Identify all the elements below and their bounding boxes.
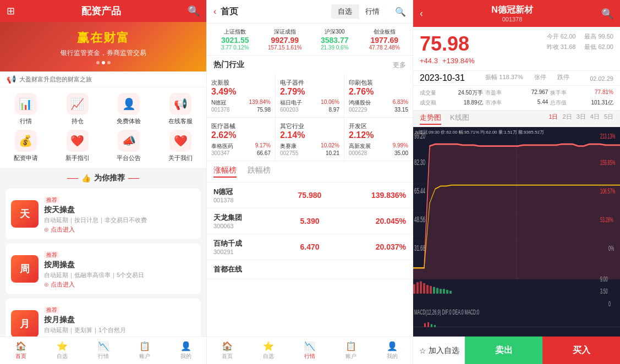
p3-watchlist-button[interactable]: ☆ 加入自选	[413, 337, 465, 364]
p2-nav-zixuan[interactable]: ⭐ 自选	[248, 337, 289, 364]
p1-grid-mianfei[interactable]: 👤 免费体验	[103, 93, 155, 125]
p2-ind3-stocks: 泰格医药 9.17% 300347 66.67	[211, 142, 271, 156]
p2-hot-more[interactable]: 更多	[393, 60, 406, 70]
p3-time-3d[interactable]: 3日	[577, 113, 586, 125]
p3-high-label: 最高 99.50	[584, 32, 613, 41]
p2-nav-zixuan-icon: ⭐	[263, 341, 274, 351]
p1-search-icon[interactable]: 🔍	[188, 5, 200, 17]
p1-banner-dots	[96, 61, 111, 64]
p2-nav-wode-label: 我的	[387, 352, 398, 360]
p2-rank-tabs: 涨幅榜 跌幅榜	[207, 161, 413, 183]
p3-today-row: 今开 62.00	[547, 32, 576, 41]
svg-rect-17	[413, 284, 415, 294]
p3-time-1d[interactable]: 1日	[548, 113, 558, 125]
p1-nav-shouye[interactable]: 🏠 首页	[0, 337, 41, 364]
p2-index-sz-change: 157.15 1.61%	[268, 45, 302, 51]
p3-time-4d[interactable]: 4日	[590, 113, 600, 125]
p1-nav-hangqing-icon: 📉	[98, 341, 109, 351]
p2-index-shenzhen[interactable]: 深证成指 9927.99 157.15 1.61%	[261, 28, 309, 51]
p2-index-shanghai[interactable]: 上证指数 3021.55 3.77 0.12%	[211, 28, 259, 51]
p2-rank-item-1[interactable]: 天龙集团 300063 5.390 20.045%	[207, 208, 413, 234]
p1-nav-wode[interactable]: 👤 我的	[165, 337, 206, 364]
p2-rank-tab-up[interactable]: 涨幅榜	[213, 166, 237, 178]
p3-back-icon[interactable]: ‹	[420, 8, 423, 19]
p2-nav-hangqing[interactable]: 📉 行情	[289, 337, 331, 364]
p3-tab-kline[interactable]: K线图	[450, 113, 469, 125]
p2-nav-wode[interactable]: 👤 我的	[371, 337, 413, 364]
p2-rank-list: N德冠 001378 75.980 139.836% 天龙集团 300063 5…	[207, 183, 413, 337]
p2-rank-tab-down[interactable]: 跌幅榜	[248, 166, 271, 178]
p1-nav-hangqing[interactable]: 📉 行情	[83, 337, 124, 364]
svg-text:106.57%: 106.57%	[600, 187, 616, 195]
p2-rank-item-0[interactable]: N德冠 001378 75.980 139.836%	[207, 183, 413, 208]
p1-nav-zixuan-icon: ⭐	[57, 341, 68, 351]
p2-index-cyb[interactable]: 创业板指 1977.69 47.78 2.48%	[361, 28, 409, 51]
svg-rect-23	[433, 287, 435, 294]
p1-grid-xinshou[interactable]: ❤️ 新手指引	[52, 130, 103, 162]
p1-card-yue-title: 按月操盘	[44, 315, 195, 325]
svg-text:0%: 0%	[608, 245, 614, 252]
p1-grid: 📊 行情 📈 持仓 👤 免费体验 📢 在线客服 💰 配资申请 ❤️ 新手指引 📣…	[0, 87, 206, 168]
p3-time-2d[interactable]: 2日	[563, 113, 572, 125]
p2-ind2-name: 印刷包装	[349, 79, 408, 87]
svg-rect-20	[423, 283, 425, 294]
p2-index-hs-name: 沪深300	[325, 28, 345, 36]
p1-card-yue[interactable]: 月 推荐 按月操盘 自动延期｜更划算｜1个自然月 ⊙ 点击进入	[6, 299, 201, 337]
p1-card-zhou[interactable]: 周 推荐 按周操盘 自动延期｜低融率高倍率｜5个交易日 ⊙ 点击进入	[6, 244, 201, 294]
p3-low-row: 最低 62.00	[584, 43, 613, 51]
svg-text:31.68: 31.68	[414, 244, 425, 252]
p2-index-cyb-change: 47.78 2.48%	[369, 45, 400, 51]
p1-grid-zaixian[interactable]: 📢 在线客服	[155, 93, 206, 125]
p1-card-yue-content: 推荐 按月操盘 自动延期｜更划算｜1个自然月 ⊙ 点击进入	[44, 304, 195, 337]
p3-chart-type-tabs: 走势图 K线图	[420, 113, 469, 125]
p1-notice-text: 大盈财富升启您的财富之旅	[19, 75, 92, 84]
p1-card-tian[interactable]: 天 推荐 按天操盘 自动延期｜按日计息｜非交易日不收费 ⊙ 点击进入	[6, 189, 201, 239]
p2-industry-1[interactable]: 电子器件 2.79% 福日电子 10.06% 600203 8.97	[276, 74, 344, 117]
p1-card-zhou-link[interactable]: ⊙ 点击进入	[44, 280, 195, 289]
p1-grid-guanyu[interactable]: ❤️ 关于我们	[155, 130, 206, 162]
p1-card-tian-link[interactable]: ⊙ 点击进入	[44, 225, 195, 234]
p2-back-icon[interactable]: ‹	[213, 7, 216, 16]
p2-industry-2[interactable]: 印刷包装 2.76% 鸿播股份 6.83% 002229 33.15	[344, 74, 413, 117]
p1-recommend-text: 为你推荐	[94, 173, 125, 183]
p3-search-icon[interactable]: 🔍	[601, 8, 613, 20]
p1-card-zhou-desc: 自动延期｜低融率高倍率｜5个交易日	[44, 271, 195, 279]
p3-price-right: 今开 62.00 最高 99.50 昨收 31.68 最低 62.00	[547, 32, 613, 51]
p3-meta-amount: 成交额 18.89亿	[420, 99, 483, 107]
p2-search-icon[interactable]: 🔍	[395, 7, 406, 17]
p2-index-hs-change: 21.39 0.6%	[321, 45, 349, 51]
p2-industry-3[interactable]: 医疗器械 2.62% 泰格医药 9.17% 300347 66.67	[207, 118, 275, 161]
p3-tab-trend[interactable]: 走势图	[420, 113, 441, 125]
p2-ind2-pct: 2.76%	[349, 87, 408, 97]
p3-buy-button[interactable]: 买入	[542, 337, 620, 364]
p2-ind4-stocks: 奥赛康 10.02% 002755 10.21	[280, 142, 339, 156]
p1-nav-zhanghu-label: 账户	[139, 352, 150, 360]
p2-nav-zhanghu[interactable]: 📋 账户	[330, 337, 371, 364]
p1-card-yue-badge: 推荐	[44, 306, 59, 313]
p1-nav-zhanghu[interactable]: 📋 账户	[124, 337, 165, 364]
svg-rect-26	[443, 289, 445, 294]
p1-zaixian-label: 在线客服	[168, 117, 193, 125]
p2-ind3-stock0: 泰格医药 9.17%	[211, 142, 271, 150]
p2-industry-4[interactable]: 其它行业 2.14% 奥赛康 10.02% 002755 10.21	[276, 118, 344, 161]
p1-nav-zixuan[interactable]: ⭐ 自选	[41, 337, 83, 364]
p2-ind5-stock1: 000628 35.00	[349, 150, 408, 156]
p2-ind0-stock1: 001378 75.98	[211, 107, 271, 113]
p1-grid-pingtai[interactable]: 📣 平台公告	[103, 130, 155, 162]
p2-tab-hangqing[interactable]: 行情	[359, 4, 386, 19]
p2-rank-item-2[interactable]: 百纳千成 300291 6.470 20.037%	[207, 234, 413, 260]
p3-sell-button[interactable]: 卖出	[465, 337, 542, 364]
svg-text:0: 0	[608, 300, 611, 307]
p2-nav-zixuan-label: 自选	[263, 352, 274, 360]
p3-time-5d[interactable]: 5日	[604, 113, 613, 125]
p1-grid-chichang[interactable]: 📈 持仓	[52, 93, 103, 125]
p2-rank-item-3[interactable]: 首都在线	[207, 260, 413, 279]
p2-index-hs300[interactable]: 沪深300 3583.77 21.39 0.6%	[311, 28, 359, 51]
p2-tab-zixuan[interactable]: 自选	[331, 4, 359, 19]
p2-nav-shouye[interactable]: 🏠 首页	[207, 337, 248, 364]
p1-grid-peizi[interactable]: 💰 配资申请	[0, 130, 52, 162]
p1-grid-hangqing[interactable]: 📊 行情	[0, 93, 52, 125]
p2-industry-5[interactable]: 开发区 2.12% 高新发展 9.99% 000628 35.00	[344, 118, 413, 161]
p3-meta-totalval: 总市值 101.31亿	[550, 99, 613, 107]
p2-industry-0[interactable]: 次新股 3.49% N德冠 139.84% 001378 75.98	[207, 74, 275, 117]
